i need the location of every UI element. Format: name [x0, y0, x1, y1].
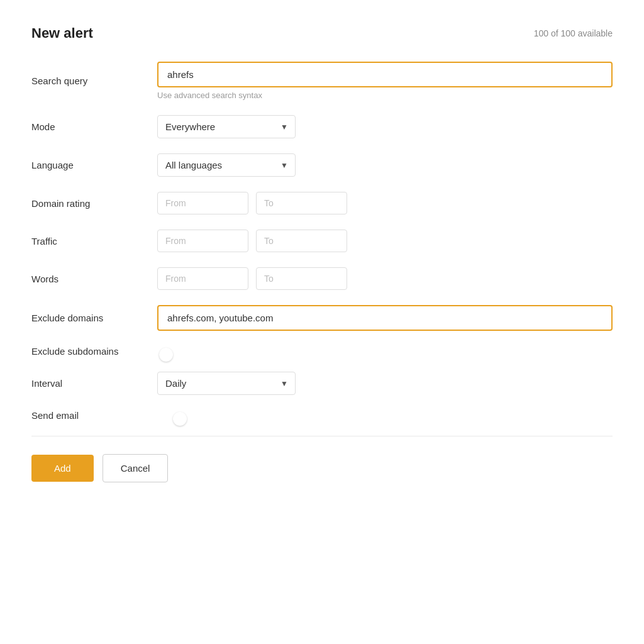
send-email-label: Send email: [31, 410, 157, 421]
language-select[interactable]: All languages English Spanish French Ger…: [157, 153, 296, 177]
exclude-subdomains-label: Exclude subdomains: [31, 346, 157, 357]
search-query-row: Search query Use advanced search syntax: [31, 62, 613, 100]
search-query-control: Use advanced search syntax: [157, 62, 613, 100]
send-email-control: [157, 410, 613, 421]
domain-rating-to-input[interactable]: [256, 192, 347, 214]
mode-control: Everywhere In title In URL In content ▼: [157, 115, 613, 138]
domain-rating-row: Domain rating: [31, 192, 613, 214]
page-container: New alert 100 of 100 available Search qu…: [0, 0, 644, 644]
search-query-input[interactable]: [157, 62, 613, 87]
words-control: [157, 267, 613, 290]
exclude-subdomains-row: Exclude subdomains: [31, 346, 613, 357]
availability-text: 100 of 100 available: [534, 28, 613, 38]
page-title: New alert: [31, 25, 93, 42]
interval-label: Interval: [31, 378, 157, 389]
words-to-input[interactable]: [256, 267, 347, 290]
language-row: Language All languages English Spanish F…: [31, 153, 613, 177]
mode-select-wrapper: Everywhere In title In URL In content ▼: [157, 115, 296, 138]
domain-rating-range: [157, 192, 613, 214]
mode-select[interactable]: Everywhere In title In URL In content: [157, 115, 296, 138]
page-header: New alert 100 of 100 available: [31, 25, 613, 42]
words-row: Words: [31, 267, 613, 290]
interval-select[interactable]: Daily Weekly Monthly: [157, 372, 296, 395]
language-label: Language: [31, 160, 157, 170]
exclude-domains-control: [157, 305, 613, 331]
words-range: [157, 267, 613, 290]
interval-select-wrapper: Daily Weekly Monthly ▼: [157, 372, 296, 395]
footer-divider: [31, 436, 613, 436]
mode-label: Mode: [31, 121, 157, 132]
search-query-label: Search query: [31, 75, 157, 86]
exclude-subdomains-control: [157, 346, 613, 357]
domain-rating-control: [157, 192, 613, 214]
language-control: All languages English Spanish French Ger…: [157, 153, 613, 177]
traffic-from-input[interactable]: [157, 230, 248, 252]
interval-control: Daily Weekly Monthly ▼: [157, 372, 613, 395]
traffic-range: [157, 230, 613, 252]
mode-row: Mode Everywhere In title In URL In conte…: [31, 115, 613, 138]
cancel-button[interactable]: Cancel: [103, 454, 169, 482]
exclude-domains-row: Exclude domains: [31, 305, 613, 331]
domain-rating-from-input[interactable]: [157, 192, 248, 214]
exclude-domains-input[interactable]: [157, 305, 613, 331]
traffic-row: Traffic: [31, 230, 613, 252]
language-select-wrapper: All languages English Spanish French Ger…: [157, 153, 296, 177]
interval-row: Interval Daily Weekly Monthly ▼: [31, 372, 613, 395]
traffic-label: Traffic: [31, 236, 157, 247]
traffic-to-input[interactable]: [256, 230, 347, 252]
traffic-control: [157, 230, 613, 252]
send-email-row: Send email: [31, 410, 613, 421]
domain-rating-label: Domain rating: [31, 198, 157, 209]
footer-buttons: Add Cancel: [31, 454, 613, 508]
words-label: Words: [31, 274, 157, 284]
add-button[interactable]: Add: [31, 455, 94, 482]
words-from-input[interactable]: [157, 267, 248, 290]
exclude-domains-label: Exclude domains: [31, 313, 157, 323]
search-hint-text: Use advanced search syntax: [157, 91, 613, 100]
